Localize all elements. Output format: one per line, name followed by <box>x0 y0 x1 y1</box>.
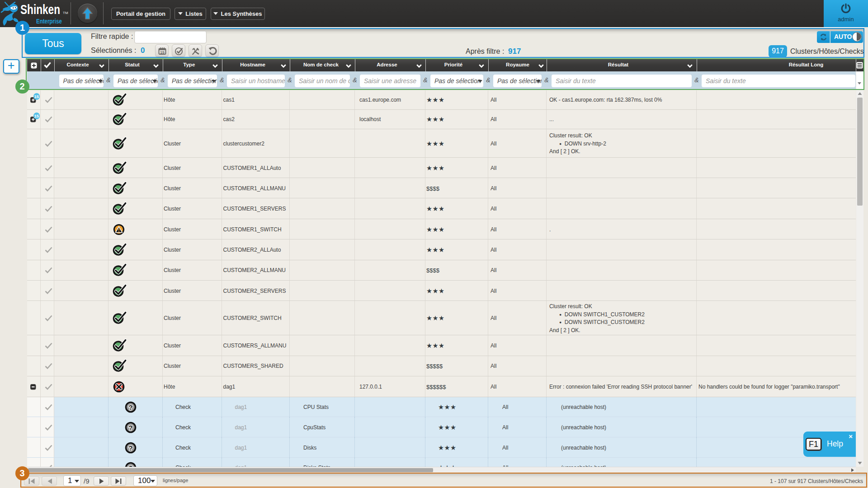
svg-text:?: ? <box>128 423 132 431</box>
svg-text:?: ? <box>128 444 132 451</box>
svg-text:?: ? <box>128 403 132 411</box>
svg-text:15: 15 <box>160 50 165 54</box>
